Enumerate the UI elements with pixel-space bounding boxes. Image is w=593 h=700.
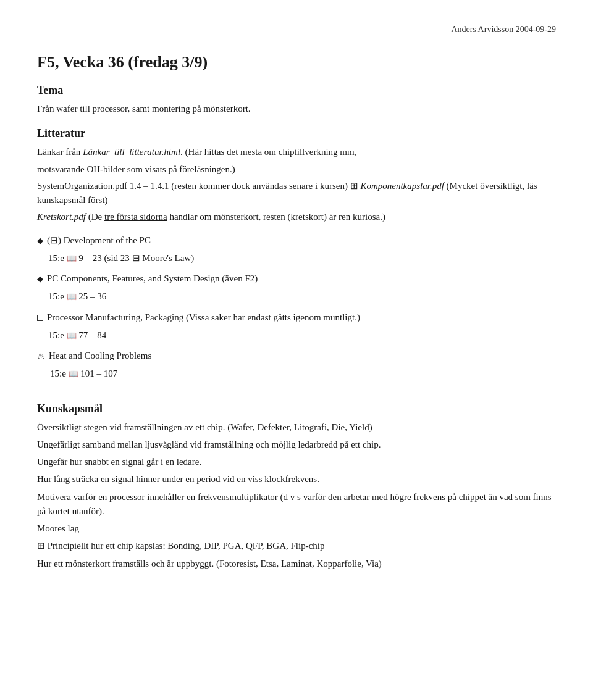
kunskapsmal-section: Kunskapsmål Översiktligt stegen vid fram…: [37, 402, 556, 571]
small-square-icon: [37, 311, 43, 324]
komponentkapslar-link: Komponentkapslar.pdf: [360, 181, 444, 191]
reading-item-title: (⊟) Development of the PC: [47, 233, 194, 248]
litteratur-line2: motsvarande OH-bilder som visats på före…: [37, 162, 556, 177]
author-date: Anders Arvidsson 2004-09-29: [37, 25, 556, 35]
chip-icon-2: ⊟: [132, 253, 140, 263]
reading-item-title-2: PC Components, Features, and System Desi…: [47, 272, 258, 286]
tema-heading: Tema: [37, 84, 556, 97]
page-title: F5, Vecka 36 (fredag 3/9): [37, 53, 556, 72]
reading-item-pages: 15:e 📖 9 – 23 (sid 23 ⊟ Moore's Law): [48, 251, 194, 265]
km-item-4: Hur lång sträcka en signal hinner under …: [37, 472, 556, 486]
kunskapsmal-heading: Kunskapsmål: [37, 402, 556, 415]
reading-item-content: (⊟) Development of the PC 15:e 📖 9 – 23 …: [47, 233, 194, 270]
filled-square-icon-2: ◆: [37, 272, 43, 285]
km-item-2: Ungefärligt samband mellan ljusvågländ v…: [37, 438, 556, 452]
kretskort-link: Kretskort.pdf: [37, 212, 86, 222]
reading-item-title-4: Heat and Cooling Problems: [49, 349, 151, 363]
km-item-6: Moores lag: [37, 522, 556, 536]
list-item: Processor Manufacturing, Packaging (Viss…: [37, 310, 556, 347]
km-item-7: ⊞ Principiellt hur ett chip kapslas: Bon…: [37, 539, 556, 553]
reading-item-pages-3: 15:e 📖 77 – 84: [48, 328, 360, 343]
book-icon-4: 📖: [69, 369, 78, 378]
litteratur-link: Länkar_till_litteratur.html: [83, 147, 180, 157]
reading-item-content-3: Processor Manufacturing, Packaging (Viss…: [47, 310, 360, 347]
fire-icon: ♨: [37, 349, 45, 364]
reading-item-content-2: PC Components, Features, and System Desi…: [47, 272, 258, 308]
kunskapsmal-list: Översiktligt stegen vid framställningen …: [37, 420, 556, 571]
litteratur-line3: SystemOrganization.pdf 1.4 – 1.4.1 (rest…: [37, 179, 556, 208]
reading-item-pages-2: 15:e 📖 25 – 36: [48, 290, 258, 304]
chip-icon-inline: ⊞: [350, 181, 358, 191]
chip-icon-km: ⊞: [37, 541, 45, 551]
reading-item-title-3: Processor Manufacturing, Packaging (Viss…: [47, 310, 360, 325]
km-item-1: Översiktligt stegen vid framställningen …: [37, 420, 556, 435]
reading-item-content-4: Heat and Cooling Problems 15:e 📖 101 – 1…: [49, 349, 151, 385]
reading-list: ◆ (⊟) Development of the PC 15:e 📖 9 – 2…: [37, 233, 556, 385]
km-item-3: Ungefär hur snabbt en signal går i en le…: [37, 455, 556, 469]
tema-text: Från wafer till processor, samt monterin…: [37, 102, 556, 116]
filled-square-icon: ◆: [37, 234, 43, 247]
km-item-5: Motivera varför en processor innehåller …: [37, 490, 556, 519]
book-icon-1: 📖: [67, 254, 77, 263]
list-item: ♨ Heat and Cooling Problems 15:e 📖 101 –…: [37, 349, 556, 385]
tre-forsta-underline: tre första sidorna: [104, 212, 167, 222]
litteratur-heading: Litteratur: [37, 127, 556, 140]
book-icon-3: 📖: [67, 331, 77, 340]
list-item: ◆ (⊟) Development of the PC 15:e 📖 9 – 2…: [37, 233, 556, 270]
litteratur-line4: Kretskort.pdf (De tre första sidorna han…: [37, 210, 556, 224]
book-icon-2: 📖: [67, 292, 77, 301]
list-item: ◆ PC Components, Features, and System De…: [37, 272, 556, 308]
litteratur-line1: Länkar från Länkar_till_litteratur.html.…: [37, 145, 556, 159]
reading-item-pages-4: 15:e 📖 101 – 107: [50, 367, 151, 381]
km-item-8: Hur ett mönsterkort framställs och är up…: [37, 557, 556, 571]
